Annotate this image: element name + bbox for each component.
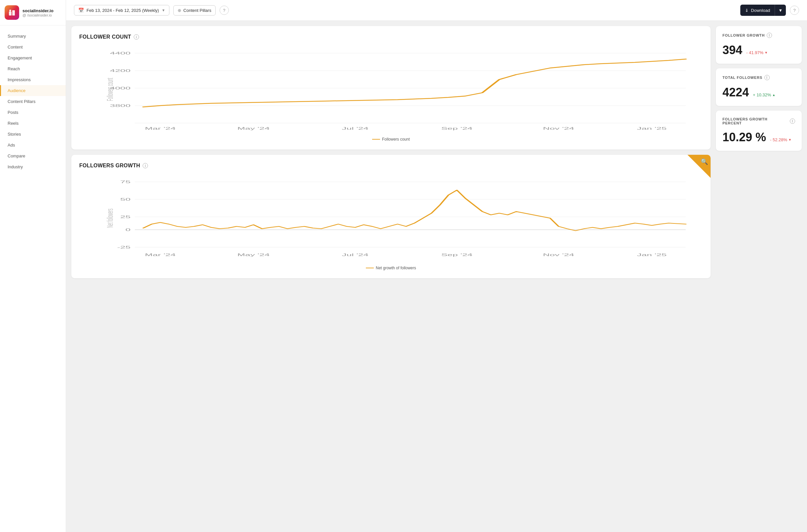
pillars-icon: ⊕ — [177, 8, 181, 13]
follower-growth-legend: Net growth of followers — [79, 266, 703, 270]
help-button-inline[interactable]: ? — [220, 6, 229, 15]
svg-text:Jan '25: Jan '25 — [637, 127, 667, 130]
follower-growth-info-icon[interactable]: i — [143, 163, 148, 168]
content-pillars-label: Content Pillars — [183, 8, 211, 13]
stats-column: FOLLOWER GROWTH i 394 - 41.97% ▼ TOTAL F… — [716, 26, 802, 527]
svg-text:75: 75 — [120, 180, 130, 184]
total-followers-change: + 10.32% ▲ — [753, 92, 775, 97]
sidebar-item-stories[interactable]: Stories — [0, 129, 66, 139]
calendar-icon: 📅 — [78, 7, 84, 13]
svg-text:4200: 4200 — [110, 69, 131, 73]
svg-text:Jul '24: Jul '24 — [342, 127, 369, 130]
follower-growth-stat-card: FOLLOWER GROWTH i 394 - 41.97% ▼ — [716, 26, 802, 64]
follower-count-chart-wrapper: 4400 4200 4000 3800 Mar '24 May '24 Jul … — [79, 46, 703, 134]
content-pillars-button[interactable]: ⊕ Content Pillars — [173, 5, 215, 16]
sidebar-item-reach[interactable]: Reach — [0, 63, 66, 74]
sidebar-item-audience[interactable]: Audience — [0, 85, 66, 96]
svg-text:May '24: May '24 — [238, 127, 270, 130]
total-followers-stat-row: 4224 + 10.32% ▲ — [722, 86, 795, 99]
sidebar-item-impressions[interactable]: Impressions — [0, 74, 66, 85]
total-followers-stat-title: TOTAL FOLLOWERS i — [722, 75, 795, 80]
follower-growth-stat-info[interactable]: i — [767, 33, 772, 38]
chevron-down-icon: ▼ — [778, 8, 783, 13]
svg-text:25: 25 — [120, 215, 130, 219]
growth-percent-value: 10.29 % — [722, 130, 766, 144]
svg-point-2 — [9, 10, 11, 12]
date-range-picker[interactable]: 📅 Feb 13, 2024 - Feb 12, 2025 (Weekly) ▼ — [74, 5, 169, 16]
total-followers-value: 4224 — [722, 86, 749, 99]
content-area: FOLLOWER COUNT i 4400 4200 4000 — [66, 21, 807, 532]
sidebar-item-summary[interactable]: Summary — [0, 31, 66, 42]
down-arrow-icon-2: ▼ — [788, 138, 791, 141]
growth-percent-stat-info[interactable]: i — [790, 118, 795, 124]
brand-info: socialinsider.io @ /socialinsider.io — [22, 8, 54, 17]
brand-handle: @ /socialinsider.io — [22, 13, 54, 17]
svg-text:Sep '24: Sep '24 — [441, 253, 472, 257]
download-label: Download — [751, 8, 770, 13]
sidebar-item-ads[interactable]: Ads — [0, 139, 66, 151]
svg-text:Sep '24: Sep '24 — [441, 127, 472, 130]
chevron-down-icon: ▼ — [162, 8, 165, 12]
follower-growth-stat-title: FOLLOWER GROWTH i — [722, 33, 795, 38]
sidebar-item-reels[interactable]: Reels — [0, 118, 66, 129]
svg-text:Nov '24: Nov '24 — [543, 253, 574, 257]
svg-text:Mar '24: Mar '24 — [145, 127, 176, 130]
growth-percent-change: - 52.28% ▼ — [770, 137, 791, 142]
legend-line — [372, 139, 380, 139]
svg-text:4400: 4400 — [110, 51, 131, 55]
svg-text:50: 50 — [120, 197, 131, 201]
follower-growth-value: 394 — [722, 43, 742, 57]
follower-count-svg: 4400 4200 4000 3800 Mar '24 May '24 Jul … — [92, 46, 703, 132]
down-arrow-icon: ▼ — [764, 51, 768, 54]
follower-count-card: FOLLOWER COUNT i 4400 4200 4000 — [71, 26, 711, 150]
svg-text:-25: -25 — [117, 245, 131, 249]
topbar: 📅 Feb 13, 2024 - Feb 12, 2025 (Weekly) ▼… — [66, 0, 807, 21]
magnifier-icon: 🔍 — [701, 158, 708, 165]
growth-percent-stat-row: 10.29 % - 52.28% ▼ — [722, 130, 795, 144]
svg-text:May '24: May '24 — [238, 253, 270, 257]
follower-growth-chart-wrapper: 75 50 25 0 -25 Mar '24 May '24 Jul '24 S… — [79, 175, 703, 262]
brand-logo — [5, 5, 19, 20]
svg-rect-0 — [9, 12, 12, 16]
svg-rect-1 — [12, 10, 15, 16]
svg-text:Net followers: Net followers — [105, 209, 115, 228]
main-content: 📅 Feb 13, 2024 - Feb 12, 2025 (Weekly) ▼… — [66, 0, 807, 532]
sidebar-item-posts[interactable]: Posts — [0, 107, 66, 118]
legend-label-2: Net growth of followers — [376, 266, 416, 270]
svg-text:Nov '24: Nov '24 — [543, 127, 574, 130]
sidebar-item-compare[interactable]: Compare — [0, 151, 66, 162]
legend-label: Followers count — [382, 137, 410, 141]
download-main[interactable]: ⇓ Download — [740, 5, 775, 16]
follower-growth-change: - 41.97% ▼ — [746, 50, 768, 55]
svg-text:0: 0 — [126, 228, 131, 232]
sidebar-header: socialinsider.io @ /socialinsider.io — [0, 0, 66, 25]
total-followers-stat-info[interactable]: i — [764, 75, 770, 80]
follower-growth-card: 🔍 FOLLOWERS GROWTH i 75 — [71, 155, 711, 278]
follower-growth-svg: 75 50 25 0 -25 Mar '24 May '24 Jul '24 S… — [92, 175, 703, 261]
date-range-label: Feb 13, 2024 - Feb 12, 2025 (Weekly) — [87, 8, 159, 13]
follower-count-title: FOLLOWER COUNT i — [79, 34, 703, 40]
svg-text:3800: 3800 — [110, 103, 131, 108]
download-icon: ⇓ — [745, 8, 749, 13]
follower-growth-stat-row: 394 - 41.97% ▼ — [722, 43, 795, 57]
sidebar-item-content[interactable]: Content — [0, 42, 66, 53]
sidebar-item-engagement[interactable]: Engagement — [0, 53, 66, 63]
growth-percent-stat-card: FOLLOWERS GROWTH PERCENT i 10.29 % - 52.… — [716, 111, 802, 151]
follower-count-info-icon[interactable]: i — [134, 34, 139, 40]
help-button[interactable]: ? — [790, 6, 799, 15]
up-arrow-icon: ▲ — [772, 93, 775, 97]
svg-text:Jul '24: Jul '24 — [342, 253, 369, 257]
charts-column: FOLLOWER COUNT i 4400 4200 4000 — [71, 26, 711, 527]
growth-percent-stat-title: FOLLOWERS GROWTH PERCENT i — [722, 117, 795, 125]
brand-name: socialinsider.io — [22, 8, 54, 13]
sidebar-item-industry[interactable]: Industry — [0, 162, 66, 172]
svg-text:Mar '24: Mar '24 — [145, 253, 176, 257]
legend-line-2 — [366, 268, 374, 268]
total-followers-stat-card: TOTAL FOLLOWERS i 4224 + 10.32% ▲ — [716, 68, 802, 106]
download-arrow[interactable]: ▼ — [775, 5, 786, 16]
svg-text:Followers count: Followers count — [105, 78, 115, 101]
download-button[interactable]: ⇓ Download ▼ — [740, 5, 786, 16]
follower-growth-title: FOLLOWERS GROWTH i — [79, 163, 703, 169]
sidebar: socialinsider.io @ /socialinsider.io Sum… — [0, 0, 66, 532]
sidebar-item-content-pillars[interactable]: Content Pillars — [0, 96, 66, 107]
